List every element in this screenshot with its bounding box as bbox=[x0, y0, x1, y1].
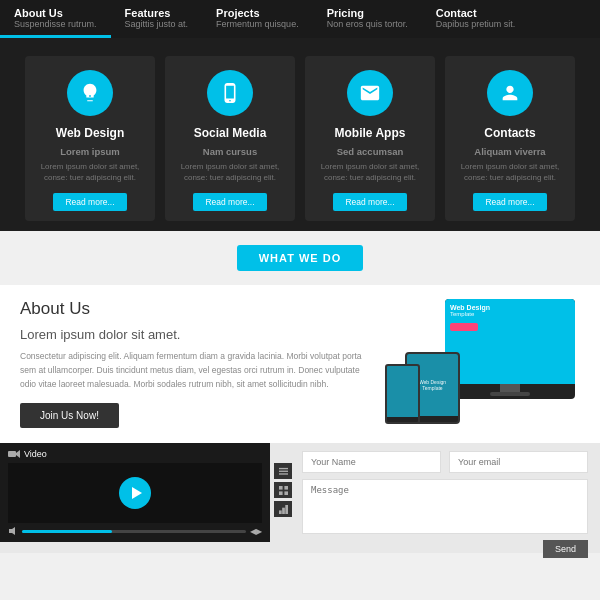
svg-rect-3 bbox=[279, 468, 288, 469]
card-read-more-button[interactable]: Read more... bbox=[193, 193, 266, 211]
svg-rect-9 bbox=[284, 491, 288, 495]
about-image: Web Design Template Web DesignTemplate bbox=[380, 299, 580, 429]
card-read-more-button[interactable]: Read more... bbox=[333, 193, 406, 211]
contact-name-email-row bbox=[302, 451, 588, 473]
contact-name-input[interactable] bbox=[302, 451, 441, 473]
monitor-title: Web Design bbox=[450, 304, 490, 311]
volume-icon bbox=[8, 526, 18, 536]
video-side-controls bbox=[274, 463, 292, 517]
monitor-stand bbox=[500, 384, 520, 392]
nav-sub: Fermentum quisque. bbox=[216, 19, 299, 29]
svg-rect-4 bbox=[279, 470, 288, 471]
svg-rect-11 bbox=[282, 508, 285, 514]
video-time: ◀▶ bbox=[250, 527, 262, 536]
svg-rect-5 bbox=[279, 473, 288, 474]
card-title: Web Design bbox=[56, 126, 124, 140]
nav-title: Contact bbox=[436, 7, 516, 19]
svg-rect-6 bbox=[279, 486, 283, 490]
nav-title: Pricing bbox=[327, 7, 408, 19]
nav-item-pricing[interactable]: PricingNon eros quis tortor. bbox=[313, 0, 422, 38]
about-heading: About Us bbox=[20, 299, 370, 319]
contact-panel: Send bbox=[270, 443, 600, 553]
bottom-section: Video ◀▶ bbox=[0, 443, 600, 553]
video-progress-bar[interactable] bbox=[22, 530, 246, 533]
monitor-cta bbox=[450, 323, 478, 331]
card-read-more-button[interactable]: Read more... bbox=[473, 193, 546, 211]
card-icon bbox=[347, 70, 393, 116]
bars-icon bbox=[279, 505, 288, 514]
monitor-screen: Web Design Template bbox=[445, 299, 575, 384]
video-area bbox=[8, 463, 262, 523]
card-icon bbox=[207, 70, 253, 116]
phone-screen bbox=[387, 366, 418, 416]
card-sub: Nam cursus bbox=[203, 146, 257, 157]
video-icon bbox=[8, 449, 20, 459]
main-nav: About UsSuspendisse rutrum.FeaturesSagit… bbox=[0, 0, 600, 38]
monitor-base bbox=[490, 392, 530, 396]
hero-section: Web Design Lorem ipsum Lorem ipsum dolor… bbox=[0, 38, 600, 231]
about-text: About Us Lorem ipsum dolor sit amet. Con… bbox=[20, 299, 370, 429]
service-card-mobile-apps: Mobile Apps Sed accumsan Lorem ipsum dol… bbox=[305, 56, 435, 221]
svg-rect-10 bbox=[279, 510, 282, 514]
list-icon bbox=[279, 467, 288, 476]
what-we-do-badge: WHAT WE DO bbox=[237, 245, 364, 271]
video-panel-inner: Video ◀▶ bbox=[0, 443, 270, 542]
card-sub: Lorem ipsum bbox=[60, 146, 120, 157]
send-button[interactable]: Send bbox=[543, 540, 588, 558]
card-sub: Aliquam viverra bbox=[474, 146, 545, 157]
video-progress-fill bbox=[22, 530, 112, 533]
nav-sub: Suspendisse rutrum. bbox=[14, 19, 97, 29]
contact-email-input[interactable] bbox=[449, 451, 588, 473]
svg-rect-7 bbox=[284, 486, 288, 490]
about-section: About Us Lorem ipsum dolor sit amet. Con… bbox=[0, 285, 600, 443]
nav-title: Projects bbox=[216, 7, 299, 19]
nav-title: Features bbox=[125, 7, 189, 19]
side-icon-bars[interactable] bbox=[274, 501, 292, 517]
what-we-do-section: WHAT WE DO bbox=[0, 231, 600, 285]
contact-message-input[interactable] bbox=[302, 479, 588, 534]
video-controls: ◀▶ bbox=[8, 526, 262, 536]
phone-device bbox=[385, 364, 420, 424]
side-icon-grid[interactable] bbox=[274, 482, 292, 498]
card-body: Lorem ipsum dolor sit amet, conse: tuer … bbox=[175, 161, 285, 183]
nav-sub: Non eros quis tortor. bbox=[327, 19, 408, 29]
service-card-contacts: Contacts Aliquam viverra Lorem ipsum dol… bbox=[445, 56, 575, 221]
about-body: Consectetur adipiscing elit. Aliquam fer… bbox=[20, 350, 370, 391]
card-read-more-button[interactable]: Read more... bbox=[53, 193, 126, 211]
device-mockup: Web Design Template Web DesignTemplate bbox=[385, 299, 575, 429]
card-title: Mobile Apps bbox=[335, 126, 406, 140]
nav-title: About Us bbox=[14, 7, 97, 19]
video-panel: Video ◀▶ bbox=[0, 443, 270, 553]
card-title: Social Media bbox=[194, 126, 267, 140]
svg-rect-8 bbox=[279, 491, 283, 495]
video-label: Video bbox=[24, 449, 47, 459]
play-button[interactable] bbox=[119, 477, 151, 509]
svg-rect-12 bbox=[285, 505, 288, 514]
card-title: Contacts bbox=[484, 126, 535, 140]
about-sub: Lorem ipsum dolor sit amet. bbox=[20, 327, 370, 342]
service-card-social-media: Social Media Nam cursus Lorem ipsum dolo… bbox=[165, 56, 295, 221]
nav-item-features[interactable]: FeaturesSagittis justo at. bbox=[111, 0, 203, 38]
nav-sub: Dapibus pretium sit. bbox=[436, 19, 516, 29]
nav-sub: Sagittis justo at. bbox=[125, 19, 189, 29]
svg-rect-0 bbox=[8, 451, 16, 457]
nav-item-about-us[interactable]: About UsSuspendisse rutrum. bbox=[0, 0, 111, 38]
svg-marker-2 bbox=[9, 527, 15, 535]
card-body: Lorem ipsum dolor sit amet, conse: tuer … bbox=[315, 161, 425, 183]
join-button[interactable]: Join Us Now! bbox=[20, 403, 119, 428]
monitor-subtitle: Template bbox=[450, 311, 474, 317]
side-icon-list[interactable] bbox=[274, 463, 292, 479]
service-card-web-design: Web Design Lorem ipsum Lorem ipsum dolor… bbox=[25, 56, 155, 221]
monitor: Web Design Template bbox=[445, 299, 575, 399]
card-body: Lorem ipsum dolor sit amet, conse: tuer … bbox=[455, 161, 565, 183]
video-header: Video bbox=[8, 449, 262, 459]
nav-item-contact[interactable]: ContactDapibus pretium sit. bbox=[422, 0, 530, 38]
card-icon bbox=[67, 70, 113, 116]
card-sub: Sed accumsan bbox=[337, 146, 404, 157]
grid-icon bbox=[279, 486, 288, 495]
svg-marker-1 bbox=[16, 450, 20, 458]
card-body: Lorem ipsum dolor sit amet, conse: tuer … bbox=[35, 161, 145, 183]
nav-item-projects[interactable]: ProjectsFermentum quisque. bbox=[202, 0, 313, 38]
card-icon bbox=[487, 70, 533, 116]
